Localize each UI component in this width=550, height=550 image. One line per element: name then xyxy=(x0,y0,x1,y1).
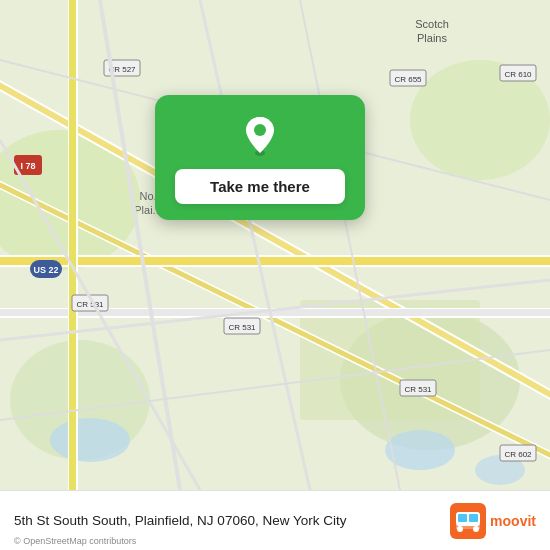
svg-text:CR 531: CR 531 xyxy=(228,323,256,332)
address-label: 5th St South South, Plainfield, NJ 07060… xyxy=(14,513,450,528)
svg-text:CR 655: CR 655 xyxy=(394,75,422,84)
moovit-logo: moovit xyxy=(450,503,536,539)
svg-rect-55 xyxy=(458,514,467,522)
location-card: Take me there xyxy=(155,95,365,220)
svg-text:CR 531: CR 531 xyxy=(76,300,104,309)
svg-text:CR 602: CR 602 xyxy=(504,450,532,459)
moovit-text: moovit xyxy=(490,513,536,529)
svg-rect-18 xyxy=(69,0,76,490)
svg-rect-59 xyxy=(456,525,480,529)
svg-rect-14 xyxy=(0,257,550,265)
svg-text:US 22: US 22 xyxy=(33,265,58,275)
moovit-bus-icon xyxy=(450,503,486,539)
svg-text:Scotch: Scotch xyxy=(415,18,449,30)
pin-icon xyxy=(238,113,282,157)
copyright-text: © OpenStreetMap contributors xyxy=(14,536,136,546)
svg-text:CR 531: CR 531 xyxy=(404,385,432,394)
svg-text:CR 610: CR 610 xyxy=(504,70,532,79)
take-me-there-button[interactable]: Take me there xyxy=(175,169,345,204)
svg-text:No.: No. xyxy=(139,190,156,202)
svg-text:I 78: I 78 xyxy=(20,161,35,171)
svg-text:Plains: Plains xyxy=(417,32,447,44)
map-background: I 78 US 22 US 22 CR 527 CR 531 CR 531 CR… xyxy=(0,0,550,490)
svg-point-6 xyxy=(50,418,130,462)
svg-rect-56 xyxy=(469,514,478,522)
bottom-bar: 5th St South South, Plainfield, NJ 07060… xyxy=(0,490,550,550)
map-container: I 78 US 22 US 22 CR 527 CR 531 CR 531 CR… xyxy=(0,0,550,490)
svg-point-52 xyxy=(254,124,266,136)
